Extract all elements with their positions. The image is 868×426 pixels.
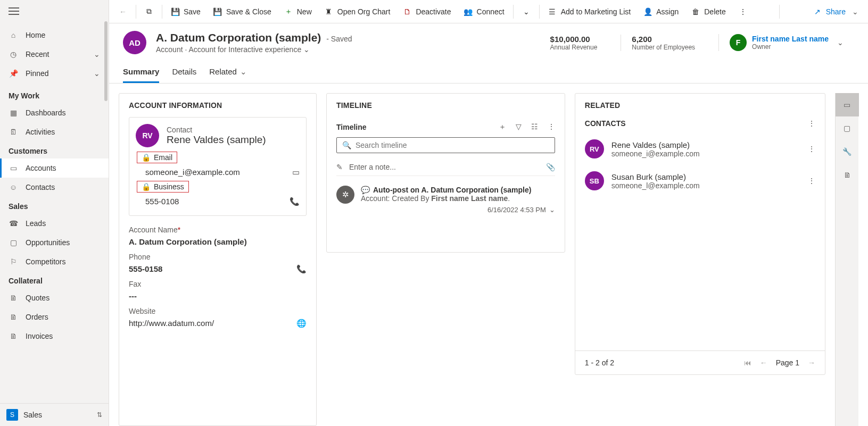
nav-dashboards[interactable]: ▦Dashboards <box>0 103 109 122</box>
popout-icon: ⧉ <box>145 7 153 16</box>
pencil-icon: ✎ <box>336 163 343 171</box>
phone-icon[interactable]: 📞 <box>296 264 307 274</box>
back-button[interactable]: ← <box>113 4 133 19</box>
fax-value[interactable]: --- <box>129 288 307 300</box>
related-section: RELATED CONTACTS ⋮ RV Rene Valdes (sampl… <box>575 93 825 375</box>
more-vertical-icon[interactable]: ⋮ <box>548 122 555 132</box>
nav-recent[interactable]: ◷ Recent ⌄ <box>0 45 109 64</box>
nav-label: Recent <box>26 50 49 59</box>
owner-avatar: F <box>730 34 747 51</box>
label: Save & Close <box>226 7 271 16</box>
sort-icon[interactable]: ☷ <box>531 122 538 132</box>
rail-panel[interactable]: ▢ <box>836 116 859 140</box>
list-add-icon: ☰ <box>548 7 557 16</box>
scrollbar-thumb[interactable] <box>104 21 108 101</box>
filter-icon[interactable]: ▽ <box>516 122 522 132</box>
business-phone-value[interactable]: 555-0108📞 <box>136 195 300 209</box>
phone-label: Phone <box>129 253 307 261</box>
leads-icon: ☎ <box>9 219 18 228</box>
add-marketing-button[interactable]: ☰Add to Marketing List <box>543 4 636 19</box>
open-org-chart-button[interactable]: ♜Open Org Chart <box>319 4 396 19</box>
tab-details[interactable]: Details <box>172 62 196 83</box>
nav-label: Activities <box>26 128 55 136</box>
next-page-icon[interactable]: → <box>808 358 815 367</box>
overflow-button[interactable]: ⋮ <box>733 4 753 19</box>
card-icon[interactable]: ▭ <box>292 168 300 177</box>
nav-label: Leads <box>26 219 46 228</box>
nav-quotes[interactable]: 🗎Quotes <box>0 288 109 307</box>
share-button[interactable]: ↗Share⌄ <box>808 4 864 19</box>
opportunities-icon: ▢ <box>9 238 18 247</box>
owner-name[interactable]: First name Last name <box>752 35 829 43</box>
rail-doc[interactable]: 🗎 <box>836 163 859 187</box>
pin-icon: 📌 <box>9 69 18 78</box>
dashboard-icon: ▦ <box>9 108 18 118</box>
lock-icon: 🔒 <box>142 182 151 191</box>
related-contact-item[interactable]: SB Susan Burk (sample) someone_l@example… <box>575 165 825 197</box>
nav-label: Opportunities <box>26 238 70 247</box>
nav-activities[interactable]: 🗓Activities <box>0 122 109 141</box>
contact-avatar: RV <box>585 139 604 158</box>
rail-assistant[interactable]: ▭ <box>836 93 859 116</box>
note-placeholder: Enter a note... <box>349 163 396 171</box>
save-close-button[interactable]: 💾Save & Close <box>208 4 277 19</box>
tab-related[interactable]: Related⌄ <box>209 62 247 83</box>
quotes-icon: 🗎 <box>9 293 18 303</box>
assign-button[interactable]: 👤Assign <box>638 4 684 19</box>
nav-group-header: Collateral <box>0 271 109 288</box>
autopost-icon: ✲ <box>336 186 354 204</box>
timeline-item[interactable]: ✲ 💬Auto-post on A. Datum Corporation (sa… <box>327 183 565 222</box>
chevron-down-icon[interactable]: ⌄ <box>549 206 555 214</box>
more-vertical-icon[interactable]: ⋮ <box>808 177 815 185</box>
contact-name[interactable]: Rene Valdes (sample) <box>167 134 266 146</box>
save-button[interactable]: 💾Save <box>166 4 206 19</box>
globe-icon[interactable]: 🌐 <box>296 319 307 328</box>
updown-icon: ⇅ <box>97 411 102 419</box>
rail-wrench[interactable]: 🔧 <box>836 140 859 163</box>
nav-opportunities[interactable]: ▢Opportunities <box>0 233 109 252</box>
more-vertical-icon[interactable]: ⋮ <box>808 145 815 153</box>
employees-label: Number of Employees <box>632 44 695 51</box>
chevron-down-icon[interactable]: ⌄ <box>837 38 844 47</box>
competitors-icon: ⚐ <box>9 257 18 266</box>
add-icon[interactable]: ＋ <box>499 122 506 132</box>
new-button[interactable]: ＋New <box>279 4 317 19</box>
nav-pinned[interactable]: 📌 Pinned ⌄ <box>0 64 109 83</box>
nav-invoices[interactable]: 🗎Invoices <box>0 327 109 346</box>
phone-icon[interactable]: 📞 <box>290 197 300 206</box>
share-icon: ↗ <box>813 7 822 16</box>
more-vertical-icon[interactable]: ⋮ <box>808 119 815 128</box>
nav-competitors[interactable]: ⚐Competitors <box>0 252 109 271</box>
chevron-down-icon: ⌄ <box>94 50 100 59</box>
website-value[interactable]: http://www.adatum.com/🌐 <box>129 315 307 328</box>
phone-value[interactable]: 555-0158📞 <box>129 261 307 273</box>
nav-leads[interactable]: ☎Leads <box>0 214 109 233</box>
timeline-note-input[interactable]: ✎ Enter a note... 📎 <box>336 158 555 176</box>
related-contact-item[interactable]: RV Rene Valdes (sample) someone_i@exampl… <box>575 133 825 165</box>
entity-name: Account <box>156 45 183 54</box>
nav-orders[interactable]: 🗎Orders <box>0 307 109 327</box>
connect-button[interactable]: 👥Connect <box>459 4 510 19</box>
popout-button[interactable]: ⧉ <box>139 4 159 19</box>
annual-revenue-value: $10,000.00 <box>550 35 598 44</box>
nav-accounts[interactable]: ▭Accounts <box>0 158 109 178</box>
nav-home[interactable]: ⌂ Home <box>0 26 109 45</box>
area-switcher[interactable]: S Sales ⇅ <box>0 403 109 426</box>
first-page-icon[interactable]: ⏮ <box>744 358 751 367</box>
attachment-icon[interactable]: 📎 <box>546 163 555 171</box>
connect-dropdown[interactable]: ⌄ <box>517 4 536 19</box>
deactivate-button[interactable]: 🗋Deactivate <box>398 4 456 19</box>
search-input[interactable] <box>356 141 549 149</box>
delete-button[interactable]: 🗑Delete <box>686 4 731 19</box>
email-value[interactable]: someone_i@example.com▭ <box>136 165 300 180</box>
tab-summary[interactable]: Summary <box>123 62 159 83</box>
contact-avatar: RV <box>136 124 159 147</box>
nav-contacts[interactable]: ☺Contacts <box>0 178 109 197</box>
form-name[interactable]: Account for Interactive experience <box>189 45 302 54</box>
prev-page-icon[interactable]: ← <box>760 358 767 367</box>
hamburger-icon[interactable] <box>9 7 19 15</box>
contact-email: someone_i@example.com <box>611 149 700 158</box>
account-name-value[interactable]: A. Datum Corporation (sample) <box>129 234 307 246</box>
timeline-search[interactable]: 🔍 <box>336 137 555 153</box>
more-vertical-icon: ⋮ <box>739 7 747 16</box>
